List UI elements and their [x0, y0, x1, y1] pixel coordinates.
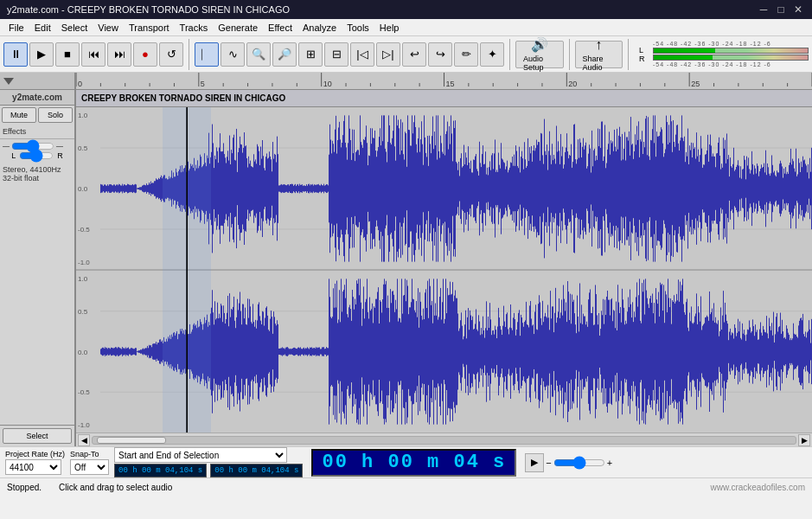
menu-transport[interactable]: Transport	[124, 19, 175, 35]
pause-button[interactable]: ⏸	[3, 42, 28, 67]
zoom-in-tool[interactable]: 🔍	[246, 42, 271, 67]
selection-tool[interactable]: ⎸	[195, 42, 219, 67]
window-title: y2mate.com - CREEPY BROKEN TORNADO SIREN…	[7, 4, 290, 15]
project-rate-label: Project Rate (Hz)	[5, 450, 65, 458]
selection-type-select[interactable]: Start and End of Selection	[114, 447, 287, 463]
speaker-icon: 🔊	[531, 36, 548, 53]
waveform-area: CREEPY BROKEN TORNADO SIREN IN CHICAGO ◀…	[76, 73, 812, 446]
snap-to-label: Snap-To	[70, 450, 109, 458]
pan-slider[interactable]	[19, 152, 54, 159]
track-info-line1: Stereo, 44100Hz	[3, 165, 72, 174]
effects-label: Effects	[0, 125, 74, 139]
mute-button[interactable]: Mute	[2, 107, 36, 123]
share-audio-label: Share Audio	[583, 54, 616, 72]
track-title-bar: CREEPY BROKEN TORNADO SIREN IN CHICAGO	[76, 90, 812, 107]
menu-generate[interactable]: Generate	[213, 19, 263, 35]
select-button[interactable]: Select	[3, 428, 72, 444]
zoom-out-tool[interactable]: 🔎	[272, 42, 297, 67]
draw-tool[interactable]: ✏	[454, 42, 478, 67]
minimize-button[interactable]: ─	[757, 3, 770, 16]
share-audio-button[interactable]: ↑ Share Audio	[575, 41, 623, 68]
menu-help[interactable]: Help	[374, 19, 405, 35]
track-header: y2mate.com	[0, 90, 74, 106]
pan-r-label: R	[57, 151, 63, 160]
vu-scale-top: -54 -48 -42 -36 -30 -24 -18 -12 -6	[653, 41, 771, 47]
time-display: 00 h 00 m 04 s	[311, 449, 516, 477]
redo-tool[interactable]: ↪	[428, 42, 452, 67]
status-hint: Click and drag to select audio	[59, 483, 693, 492]
menu-view[interactable]: View	[93, 19, 124, 35]
transport-toolbar: ⏸ ▶ ■ ⏮ ⏭ ● ↺ ⎸ ∿ 🔍 🔎 ⊞ ⊟ |◁ ▷| ↩ ↪ ✏ ✦ …	[0, 36, 812, 73]
waveform-tracks[interactable]	[76, 107, 812, 432]
share-icon: ↑	[595, 37, 602, 53]
time-value-2: 00 h 00 m 04,104 s	[214, 466, 298, 475]
skip-end[interactable]: ▷|	[376, 42, 400, 67]
selection-section: Start and End of Selection 00 h 00 m 04,…	[114, 447, 303, 477]
pan-row: L R	[3, 151, 72, 160]
snap-to-select[interactable]: Off	[70, 459, 109, 475]
play-mini-button[interactable]: ▶	[525, 453, 544, 472]
undo-tool[interactable]: ↩	[402, 42, 426, 67]
fit-v-tool[interactable]: ⊟	[324, 42, 348, 67]
window-controls[interactable]: ─ □ ✕	[757, 3, 805, 16]
transport-group: ⏸ ▶ ■ ⏮ ⏭ ● ↺	[3, 39, 189, 70]
speed-slider[interactable]	[553, 458, 605, 467]
snap-to-section: Snap-To Off	[70, 450, 109, 475]
maximize-button[interactable]: □	[774, 3, 788, 16]
skip-start[interactable]: |◁	[350, 42, 374, 67]
menu-analyze[interactable]: Analyze	[297, 19, 342, 35]
timeline-ruler	[76, 73, 812, 90]
vu-meter-area: LR -54 -48 -42 -36 -30 -24 -18 -12 -6 -5…	[639, 41, 809, 67]
project-rate-section: Project Rate (Hz) 44100	[5, 450, 65, 475]
scroll-thumb[interactable]	[97, 437, 166, 444]
menu-tracks[interactable]: Tracks	[175, 19, 214, 35]
vu-lr-top: LR	[639, 46, 651, 63]
watermark: www.crackeadofiles.com	[711, 483, 805, 492]
time-value-1: 00 h 00 m 04,104 s	[118, 466, 202, 475]
close-button[interactable]: ✕	[791, 3, 805, 16]
vu-scale-bottom: -54 -48 -42 -36 -30 -24 -18 -12 -6	[653, 61, 771, 67]
horizontal-scrollbar[interactable]: ◀ ▶	[76, 432, 812, 446]
bottom-toolbar: Project Rate (Hz) 44100 Snap-To Off Star…	[0, 446, 812, 477]
record-button[interactable]: ●	[133, 42, 157, 67]
vu-meter-top: -54 -48 -42 -36 -30 -24 -18 -12 -6 -54 -…	[653, 41, 809, 67]
menu-effect[interactable]: Effect	[263, 19, 297, 35]
menu-file[interactable]: File	[3, 19, 29, 35]
next-button[interactable]: ⏭	[107, 42, 131, 67]
titlebar: y2mate.com - CREEPY BROKEN TORNADO SIREN…	[0, 0, 812, 19]
ruler-canvas	[76, 73, 812, 90]
minus-icon: −	[546, 458, 551, 468]
status-text: Stopped.	[7, 483, 42, 492]
track-info: Stereo, 44100Hz 32-bit float	[0, 163, 74, 185]
scroll-track[interactable]	[92, 436, 796, 445]
statusbar: Stopped. Click and drag to select audio …	[0, 477, 812, 497]
solo-button[interactable]: Solo	[38, 107, 73, 123]
gain-icon: —	[3, 142, 10, 150]
share-audio-group: ↑ Share Audio	[575, 39, 630, 70]
track-gain-section: — — L R	[0, 139, 74, 163]
multi-tool[interactable]: ✦	[480, 42, 504, 67]
prev-button[interactable]: ⏮	[81, 42, 105, 67]
track-title: CREEPY BROKEN TORNADO SIREN IN CHICAGO	[81, 93, 285, 103]
audio-setup-button[interactable]: 🔊 Audio Setup	[515, 41, 564, 68]
tools-group: ⎸ ∿ 🔍 🔎 ⊞ ⊟ |◁ ▷| ↩ ↪ ✏ ✦	[195, 39, 510, 70]
time-field-2[interactable]: 00 h 00 m 04,104 s	[210, 464, 303, 477]
time-fields-row: 00 h 00 m 04,104 s 00 h 00 m 04,104 s	[114, 464, 303, 477]
scroll-left-arrow[interactable]: ◀	[78, 434, 90, 446]
menubar: File Edit Select View Transport Tracks G…	[0, 19, 812, 36]
scroll-right-arrow[interactable]: ▶	[798, 434, 810, 446]
stop-button[interactable]: ■	[55, 42, 80, 67]
track-mute-solo: Mute Solo	[0, 106, 74, 125]
project-rate-select[interactable]: 44100	[5, 459, 61, 475]
track-collapse-arrow[interactable]	[3, 78, 14, 85]
loop-button[interactable]: ↺	[159, 42, 183, 67]
menu-edit[interactable]: Edit	[29, 19, 56, 35]
time-field-1[interactable]: 00 h 00 m 04,104 s	[114, 464, 207, 477]
play-button[interactable]: ▶	[29, 42, 54, 67]
menu-select[interactable]: Select	[56, 19, 93, 35]
fit-tool[interactable]: ⊞	[298, 42, 323, 67]
envelope-tool[interactable]: ∿	[221, 42, 245, 67]
track-panel: y2mate.com Mute Solo Effects — — L R Ste…	[0, 73, 76, 446]
track-footer: Select	[0, 425, 74, 446]
menu-tools[interactable]: Tools	[342, 19, 374, 35]
